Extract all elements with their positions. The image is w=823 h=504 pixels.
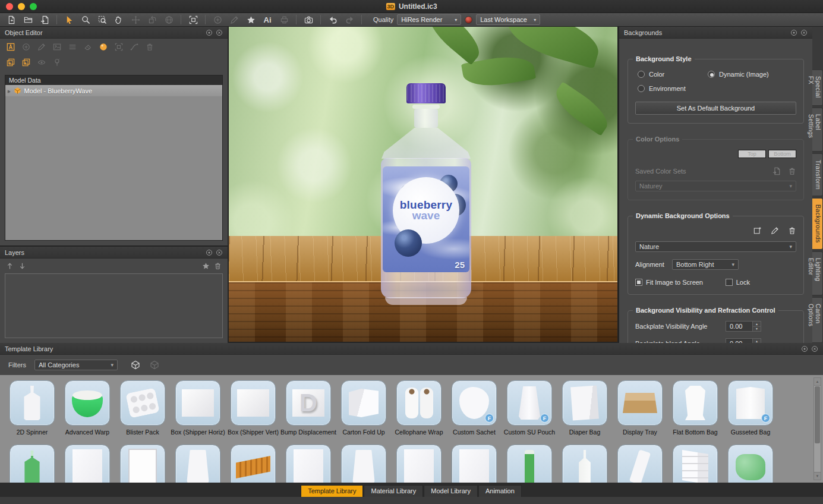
template-item[interactable] bbox=[341, 445, 386, 483]
template-item[interactable] bbox=[728, 445, 773, 483]
ai-export-icon[interactable] bbox=[278, 14, 291, 26]
template-thumbnail[interactable] bbox=[175, 380, 220, 426]
layers-list[interactable] bbox=[5, 273, 223, 338]
bottom-tab[interactable]: Model Library bbox=[424, 485, 478, 497]
side-tab[interactable]: Special FX bbox=[812, 70, 823, 106]
template-item[interactable]: 2D Spinner bbox=[10, 380, 55, 436]
frame-select-icon[interactable] bbox=[187, 14, 200, 26]
favorites-icon[interactable] bbox=[244, 14, 257, 26]
add-image-icon[interactable] bbox=[753, 226, 762, 235]
template-item[interactable] bbox=[120, 445, 165, 483]
delete-item-icon[interactable] bbox=[146, 43, 154, 53]
template-thumbnail[interactable]: D bbox=[286, 380, 331, 426]
template-item[interactable] bbox=[65, 445, 110, 483]
template-thumbnail[interactable] bbox=[673, 380, 718, 426]
template-item[interactable]: Box (Shipper Vert) bbox=[231, 380, 276, 436]
cube-view-icon[interactable] bbox=[131, 360, 140, 370]
pin-light-icon[interactable] bbox=[53, 58, 61, 69]
new-file-icon[interactable] bbox=[5, 14, 18, 26]
close-icon[interactable] bbox=[216, 29, 223, 36]
template-item[interactable]: Cellophane Wrap bbox=[396, 380, 442, 436]
template-item[interactable] bbox=[673, 445, 718, 483]
side-tab[interactable]: Lighting Editor bbox=[812, 251, 823, 295]
angle-spinner[interactable]: 0.00 bbox=[726, 338, 761, 343]
scrollbar-thumb[interactable] bbox=[815, 386, 820, 443]
edit-image-icon[interactable] bbox=[771, 226, 779, 235]
record-indicator-icon[interactable] bbox=[465, 16, 472, 24]
template-item[interactable] bbox=[452, 445, 497, 483]
template-item[interactable]: D Bump Displacement bbox=[286, 380, 331, 436]
template-item[interactable]: Display Tray bbox=[617, 380, 663, 436]
add-item-icon[interactable] bbox=[22, 43, 30, 53]
background-style-radio[interactable]: Color bbox=[638, 71, 708, 78]
template-item[interactable] bbox=[231, 445, 276, 483]
background-style-radio[interactable]: Environment bbox=[638, 85, 708, 92]
checkbox-icon[interactable] bbox=[726, 279, 733, 286]
template-thumbnail[interactable] bbox=[65, 380, 110, 426]
radio-icon[interactable] bbox=[708, 71, 715, 78]
template-thumbnail[interactable] bbox=[617, 445, 663, 483]
minimize-window-button[interactable] bbox=[18, 3, 25, 10]
spin-up-icon[interactable] bbox=[753, 322, 761, 327]
angle-spinner[interactable]: 0.00 bbox=[726, 321, 761, 332]
side-tab[interactable]: Label Settings bbox=[812, 108, 823, 152]
template-thumbnail[interactable] bbox=[673, 445, 718, 483]
template-item[interactable]: Flat Bottom Bag bbox=[673, 380, 718, 436]
delete-layer-icon[interactable] bbox=[214, 262, 222, 270]
bottom-tab[interactable]: Animation bbox=[478, 485, 522, 497]
rotate-object-icon[interactable] bbox=[146, 14, 159, 26]
workspace-select[interactable]: Last Workspace▾ bbox=[476, 14, 540, 25]
background-image-select[interactable]: Nature bbox=[635, 241, 796, 252]
ai-tool-icon[interactable]: Ai bbox=[261, 14, 274, 26]
edit-item-icon[interactable] bbox=[37, 43, 46, 53]
bottom-tab[interactable]: Template Library bbox=[301, 485, 363, 497]
template-item[interactable] bbox=[10, 445, 55, 483]
model-tree-item[interactable]: ▸ Model - BlueberryWave bbox=[5, 85, 222, 96]
delete-colorset-icon[interactable] bbox=[788, 167, 796, 175]
template-item[interactable]: Advanced Warp bbox=[65, 380, 110, 436]
pan-tool-icon[interactable] bbox=[112, 14, 125, 26]
template-item[interactable] bbox=[396, 445, 442, 483]
saved-colorset-select[interactable]: Naturey bbox=[635, 181, 796, 191]
template-thumbnail[interactable] bbox=[120, 380, 165, 426]
bottom-tab[interactable]: Material Library bbox=[364, 485, 423, 497]
template-thumbnail[interactable] bbox=[10, 445, 55, 483]
template-thumbnail[interactable] bbox=[286, 445, 331, 483]
template-thumbnail[interactable] bbox=[396, 380, 442, 426]
angle-value[interactable]: 0.00 bbox=[726, 338, 753, 343]
uv-frame-icon[interactable] bbox=[115, 43, 123, 53]
angle-value[interactable]: 0.00 bbox=[726, 321, 753, 332]
template-item[interactable] bbox=[175, 445, 220, 483]
orbit-tool-icon[interactable] bbox=[162, 14, 175, 26]
text-tool-icon[interactable] bbox=[7, 43, 15, 53]
template-thumbnail[interactable] bbox=[617, 380, 663, 426]
radio-icon[interactable] bbox=[638, 71, 645, 78]
undo-icon[interactable] bbox=[326, 14, 339, 26]
duplicate-icon[interactable] bbox=[7, 58, 15, 69]
scroll-up-icon[interactable] bbox=[814, 378, 821, 386]
spin-up-icon[interactable] bbox=[753, 339, 761, 343]
add-object-icon[interactable] bbox=[211, 14, 224, 26]
checkbox-icon[interactable] bbox=[635, 279, 642, 286]
material-sphere-icon[interactable] bbox=[99, 43, 108, 53]
panel-options-icon[interactable] bbox=[801, 345, 808, 352]
category-filter-select[interactable]: All Categories bbox=[34, 360, 118, 370]
template-item[interactable]: Box (Shipper Horiz) bbox=[175, 380, 220, 436]
move-layer-up-icon[interactable] bbox=[6, 262, 14, 270]
template-thumbnail[interactable] bbox=[341, 380, 386, 426]
color-swatch[interactable]: Top bbox=[738, 150, 766, 158]
panel-options-icon[interactable] bbox=[790, 29, 797, 36]
close-icon[interactable] bbox=[216, 249, 223, 256]
template-thumbnail[interactable] bbox=[562, 380, 607, 426]
load-colorset-icon[interactable] bbox=[772, 167, 781, 175]
spin-down-icon[interactable] bbox=[753, 327, 761, 332]
template-thumbnail[interactable]: F bbox=[452, 380, 497, 426]
close-icon[interactable] bbox=[800, 29, 808, 36]
zoom-window-button[interactable] bbox=[30, 3, 37, 10]
template-thumbnail[interactable] bbox=[562, 445, 607, 483]
panel-options-icon[interactable] bbox=[206, 249, 213, 256]
eraser-tool-icon[interactable] bbox=[84, 43, 92, 53]
template-item[interactable] bbox=[286, 445, 331, 483]
lock-checkbox[interactable]: Lock bbox=[726, 279, 750, 286]
copy-group-icon[interactable] bbox=[22, 58, 30, 69]
